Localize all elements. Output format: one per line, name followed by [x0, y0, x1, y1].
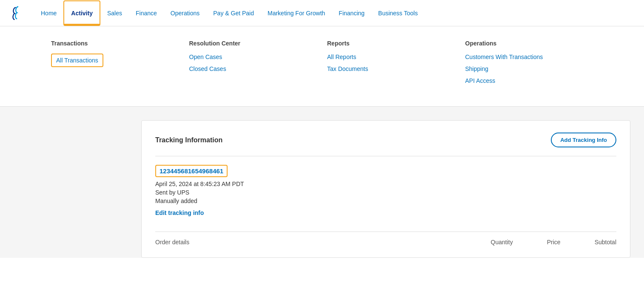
- dropdown-col-operations: Operations Customers With Transactions S…: [465, 40, 593, 89]
- tracking-number-link[interactable]: 123445681654968461: [155, 165, 228, 177]
- dropdown-link-open-cases[interactable]: Open Cases: [189, 54, 317, 60]
- nav-link-business-tools[interactable]: Business Tools: [371, 1, 425, 25]
- nav-item-operations[interactable]: Operations: [164, 1, 206, 25]
- nav-link-operations[interactable]: Operations: [164, 1, 206, 25]
- dropdown-col-reports: Reports All Reports Tax Documents: [327, 40, 455, 89]
- nav-item-sales[interactable]: Sales: [100, 1, 129, 25]
- dropdown-col-resolution: Resolution Center Open Cases Closed Case…: [189, 40, 317, 89]
- dropdown-transactions-title: Transactions: [51, 40, 179, 47]
- dropdown-link-shipping[interactable]: Shipping: [465, 65, 593, 72]
- dropdown-link-customers[interactable]: Customers With Transactions: [465, 54, 593, 60]
- order-details-label: Order details: [155, 239, 189, 246]
- tracking-header: Tracking Information Add Tracking Info: [155, 133, 616, 147]
- nav-item-finance[interactable]: Finance: [129, 1, 164, 25]
- top-navigation: Home Activity Sales Finance Operations P…: [0, 0, 644, 26]
- tracking-info-title: Tracking Information: [155, 136, 222, 144]
- order-col-price: Price: [547, 239, 561, 246]
- dropdown-link-all-transactions[interactable]: All Transactions: [51, 54, 103, 67]
- tracking-number-container: 123445681654968461: [155, 165, 616, 181]
- tracking-date: April 25, 2024 at 8:45:23 AM PDT: [155, 181, 616, 187]
- dropdown-reports-title: Reports: [327, 40, 455, 47]
- tracking-divider: [155, 156, 616, 156]
- add-tracking-button[interactable]: Add Tracking Info: [551, 133, 616, 147]
- activity-dropdown: Transactions All Transactions Resolution…: [0, 26, 644, 107]
- dropdown-link-closed-cases[interactable]: Closed Cases: [189, 65, 317, 72]
- dropdown-resolution-title: Resolution Center: [189, 40, 317, 47]
- order-col-subtotal: Subtotal: [595, 239, 616, 246]
- nav-link-pay-get-paid[interactable]: Pay & Get Paid: [206, 1, 261, 25]
- tracking-panel: Tracking Information Add Tracking Info 1…: [141, 120, 630, 258]
- nav-link-financing[interactable]: Financing: [332, 1, 371, 25]
- nav-link-marketing[interactable]: Marketing For Growth: [261, 1, 332, 25]
- nav-link-activity[interactable]: Activity: [64, 1, 100, 25]
- nav-link-sales[interactable]: Sales: [100, 1, 129, 25]
- nav-link-home[interactable]: Home: [34, 1, 63, 25]
- nav-item-marketing[interactable]: Marketing For Growth: [261, 1, 332, 25]
- dropdown-operations-title: Operations: [465, 40, 593, 47]
- order-col-quantity: Quantity: [491, 239, 513, 246]
- tracking-added-method: Manually added: [155, 198, 616, 204]
- edit-tracking-link[interactable]: Edit tracking info: [155, 209, 204, 216]
- dropdown-link-all-reports[interactable]: All Reports: [327, 54, 455, 60]
- dropdown-link-api-access[interactable]: API Access: [465, 77, 593, 84]
- dropdown-grid: Transactions All Transactions Resolution…: [51, 40, 593, 89]
- tracking-carrier: Sent by UPS: [155, 189, 616, 196]
- paypal-logo[interactable]: [10, 5, 34, 21]
- nav-item-financing[interactable]: Financing: [332, 1, 371, 25]
- order-details-columns: Quantity Price Subtotal: [491, 239, 616, 246]
- dropdown-col-transactions: Transactions All Transactions: [51, 40, 179, 89]
- dropdown-link-tax-documents[interactable]: Tax Documents: [327, 65, 455, 72]
- nav-link-finance[interactable]: Finance: [129, 1, 164, 25]
- nav-item-pay-get-paid[interactable]: Pay & Get Paid: [206, 1, 261, 25]
- nav-links: Home Activity Sales Finance Operations P…: [34, 0, 425, 26]
- main-content: Tracking Information Add Tracking Info 1…: [0, 107, 644, 258]
- nav-item-business-tools[interactable]: Business Tools: [371, 1, 425, 25]
- nav-item-home[interactable]: Home: [34, 1, 63, 25]
- nav-item-activity[interactable]: Activity: [63, 0, 100, 26]
- order-details-row: Order details Quantity Price Subtotal: [155, 232, 616, 246]
